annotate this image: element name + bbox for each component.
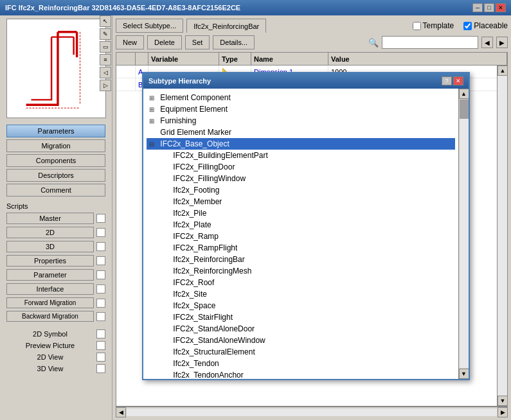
script-properties-btn[interactable]: Properties	[6, 255, 94, 267]
tree-item-label: Ifc2x_StructuralElement	[173, 347, 255, 356]
window-close-button[interactable]: ✕	[496, 3, 506, 12]
icon-layers[interactable]: ≡	[100, 54, 111, 66]
script-2d-check[interactable]	[96, 228, 105, 237]
section-3d-view-row: 3D View	[0, 363, 112, 374]
script-3d-row: 3D	[0, 240, 112, 254]
placeable-checkbox[interactable]	[463, 22, 472, 30]
dialog-close-button[interactable]: ✕	[453, 76, 463, 85]
icon-nav-left[interactable]: ◁	[100, 67, 111, 78]
template-checkbox[interactable]	[413, 22, 421, 30]
tree-item-selected[interactable]: ⊟ IFC2x_Base_Object	[147, 138, 455, 150]
tree-item[interactable]: IFC2x_StandAloneWindow	[147, 335, 455, 346]
tree-item-label: IFC2x_Ramp	[173, 232, 219, 241]
script-forward-migration-btn[interactable]: Forward Migration	[6, 297, 94, 308]
script-interface-btn[interactable]: Interface	[6, 283, 94, 295]
select-subtype-button[interactable]: Select Subtype...	[116, 19, 183, 33]
section-preview-picture-check[interactable]	[96, 341, 105, 350]
h-scroll-right-button[interactable]: ▶	[498, 407, 508, 417]
script-master-btn[interactable]: Master	[6, 213, 94, 224]
search-input[interactable]	[382, 36, 478, 49]
tree-item-label: IFC2x_RampFlight	[173, 243, 237, 252]
tree-item[interactable]: Ifc2x_Plate	[147, 219, 455, 231]
col-type-header: Type	[219, 53, 251, 65]
tree-item[interactable]: IFC2x_Roof	[147, 277, 455, 288]
section-3d-view-check[interactable]	[96, 364, 105, 373]
tree-item-label: IFC2x_Base_Object	[160, 139, 229, 148]
scroll-down-button[interactable]: ▼	[459, 369, 469, 379]
tree-item[interactable]: IFC2x_BuildingElementPart	[147, 150, 455, 161]
set-button[interactable]: Set	[185, 35, 210, 49]
tree-item[interactable]: ⊞ Equipment Element	[147, 103, 455, 115]
script-backward-migration-row: Backward Migration	[0, 310, 112, 323]
script-forward-migration-check[interactable]	[96, 299, 105, 308]
dialog-content: ⊞ Element Component ⊞ Equipment Element …	[143, 89, 469, 379]
script-parameter-btn[interactable]: Parameter	[6, 269, 94, 281]
tree-item[interactable]: IFC2x_StairFlight	[147, 311, 455, 323]
tree-item[interactable]: Ifc2x_Site	[147, 288, 455, 300]
icon-cursor[interactable]: ↖	[100, 15, 111, 27]
section-preview-picture-label: Preview Picture	[6, 342, 94, 349]
h-scroll-left-button[interactable]: ◀	[116, 407, 126, 417]
script-2d-btn[interactable]: 2D	[6, 227, 94, 238]
nav-descriptors[interactable]: Descriptors	[6, 169, 105, 182]
dialog-title: Subtype Hierarchy	[148, 77, 211, 85]
script-parameter-row: Parameter	[0, 268, 112, 282]
script-backward-migration-check[interactable]	[96, 312, 105, 321]
section-2d-view-check[interactable]	[96, 353, 105, 362]
maximize-button[interactable]: □	[484, 3, 494, 12]
search-next-button[interactable]: ▶	[496, 37, 508, 48]
section-3d-view-label: 3D View	[6, 365, 94, 372]
script-master-check[interactable]	[96, 214, 105, 223]
search-prev-button[interactable]: ◀	[481, 37, 493, 48]
tree-item[interactable]: IFC2x_StandAloneDoor	[147, 323, 455, 335]
details-button[interactable]: Details...	[213, 35, 255, 49]
script-interface-check[interactable]	[96, 284, 105, 293]
right-panel: Select Subtype... Ifc2x_ReinforcingBar T…	[112, 15, 511, 420]
new-button[interactable]: New	[116, 35, 144, 49]
tree-item[interactable]: Ifc2x_Pile	[147, 207, 455, 219]
icon-pencil[interactable]: ✎	[100, 28, 111, 40]
tree-item[interactable]: Grid Element Marker	[147, 127, 455, 138]
table-scroll-up[interactable]: ▲	[498, 66, 508, 76]
minimize-button[interactable]: ─	[472, 3, 483, 12]
script-properties-check[interactable]	[96, 256, 105, 265]
script-forward-migration-row: Forward Migration	[0, 296, 112, 310]
tree-item[interactable]: Ifc2x_TendonAnchor	[147, 369, 455, 379]
scroll-thumb[interactable]	[460, 100, 469, 119]
tree-item[interactable]: Ifc2x_Space	[147, 300, 455, 311]
tree-item-label: Element Component	[160, 93, 230, 102]
tree-item[interactable]: Ifc2x_ReinforcingMesh	[147, 265, 455, 277]
nav-migration[interactable]: Migration	[6, 139, 105, 152]
script-parameter-check[interactable]	[96, 270, 105, 279]
tree-item[interactable]: Ifc2x_Member	[147, 196, 455, 207]
dialog-scrollbar: ▲ ▼	[458, 89, 469, 379]
icon-nav-right[interactable]: ▷	[100, 80, 111, 91]
scroll-up-button[interactable]: ▲	[459, 89, 469, 99]
script-3d-btn[interactable]: 3D	[6, 241, 94, 252]
nav-comment[interactable]: Comment	[6, 184, 105, 197]
col-display-icon	[136, 53, 148, 65]
tree-item[interactable]: IFC2x_Ramp	[147, 231, 455, 242]
tree-item[interactable]: Ifc2x_Footing	[147, 184, 455, 196]
icon-box[interactable]: ▭	[100, 41, 111, 53]
nav-parameters[interactable]: Parameters	[6, 125, 105, 137]
tree-item[interactable]: ⊞ Furnishing	[147, 115, 455, 127]
preview-area	[6, 19, 106, 118]
tree-item[interactable]: ⊞ Element Component	[147, 92, 455, 103]
script-3d-check[interactable]	[96, 242, 105, 251]
tree-item[interactable]: Ifc2x_StructuralElement	[147, 346, 455, 358]
tree-item[interactable]: Ifc2x_ReinforcingBar	[147, 254, 455, 265]
tree-item-label: Equipment Element	[160, 105, 228, 114]
section-2d-symbol-check[interactable]	[96, 329, 105, 338]
script-backward-migration-btn[interactable]: Backward Migration	[6, 311, 94, 322]
tree-item[interactable]: IFC2x_FillingDoor	[147, 161, 455, 173]
cell-display-2	[116, 78, 136, 91]
table-scroll-down[interactable]: ▼	[498, 396, 508, 406]
tree-item[interactable]: IFC2x_FillingWindow	[147, 173, 455, 184]
nav-components[interactable]: Components	[6, 154, 105, 167]
tree-item-label: Ifc2x_TendonAnchor	[173, 371, 243, 379]
dialog-help-button[interactable]: ?	[442, 76, 452, 85]
tree-item[interactable]: Ifc2x_Tendon	[147, 358, 455, 369]
delete-button[interactable]: Delete	[147, 35, 182, 49]
tree-item[interactable]: IFC2x_RampFlight	[147, 242, 455, 254]
